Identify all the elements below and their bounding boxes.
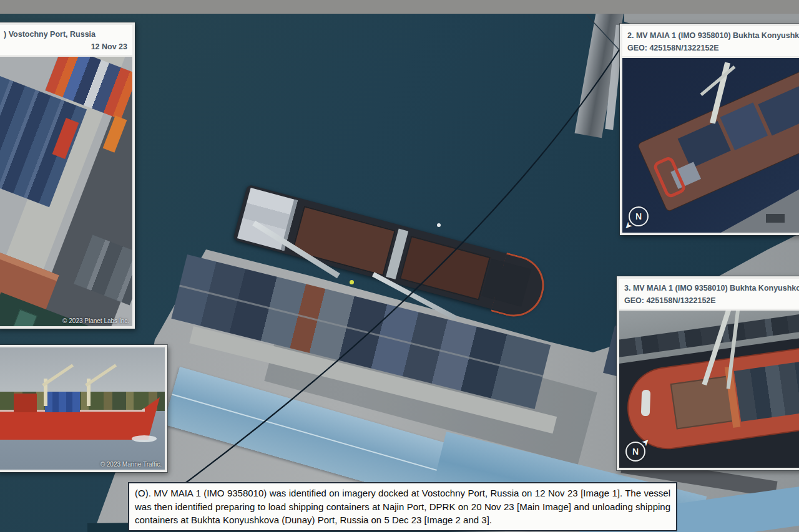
north-label: N bbox=[635, 211, 642, 221]
pier-equipment bbox=[735, 206, 751, 214]
inset-3-satellite-image: N ➤ bbox=[619, 309, 799, 468]
inset-image-1: ) Vostochny Port, Russia 12 Nov 23 © 202… bbox=[0, 22, 135, 329]
inset-1-date: 12 Nov 23 bbox=[4, 41, 127, 53]
inset-2-header: 2. MV MAIA 1 (IMO 9358010) Bukhta Konyus… bbox=[622, 26, 799, 56]
caption-text: (O). MV MAIA 1 (IMO 9358010) was identif… bbox=[135, 488, 670, 525]
inset-reference-photo: © 2023 Marine Traffic. bbox=[0, 345, 167, 472]
top-gray-bar bbox=[0, 0, 799, 14]
ship-cargo-hold bbox=[400, 236, 491, 301]
north-arrow-icon: ➤ bbox=[623, 221, 634, 231]
inset-2-title: 2. MV MAIA 1 (IMO 9358010) Bukhta Konyus… bbox=[627, 29, 799, 42]
ship-photo: © 2023 Marine Traffic. bbox=[0, 347, 165, 470]
inset-image-3: 3. MV MAIA 1 (IMO 9358010) Bukhta Konyus… bbox=[617, 276, 799, 470]
inset-3-title: 3. MV MAIA 1 (IMO 9358010) Bukhta Konyus… bbox=[624, 282, 799, 294]
inset-1-title: ) Vostochny Port, Russia bbox=[4, 28, 127, 41]
ship-cargo-hold bbox=[481, 259, 531, 307]
deck-containers bbox=[734, 360, 799, 422]
bow-highlight bbox=[641, 390, 650, 416]
inset-2-geo: GEO: 425158N/1322152E bbox=[627, 42, 799, 54]
credit-planet-labs: © 2023 Planet Labs Inc. bbox=[62, 317, 129, 324]
north-label: N bbox=[632, 447, 639, 457]
inset-3-header: 3. MV MAIA 1 (IMO 9358010) Bukhta Konyus… bbox=[619, 279, 799, 309]
north-compass-icon: N ➤ bbox=[625, 442, 645, 462]
annotated-satellite-graphic: ) Vostochny Port, Russia 12 Nov 23 © 202… bbox=[0, 0, 799, 532]
credit-marine-traffic: © 2023 Marine Traffic. bbox=[100, 461, 162, 468]
inset-1-satellite-image: © 2023 Planet Labs Inc. bbox=[0, 55, 132, 326]
deck-containers bbox=[45, 392, 80, 412]
deck-structure bbox=[14, 394, 37, 412]
caption-box: (O). MV MAIA 1 (IMO 9358010) was identif… bbox=[128, 482, 677, 531]
vehicle-marker bbox=[350, 280, 354, 284]
inset-2-satellite-image: N ➤ bbox=[622, 56, 799, 233]
inset-1-header: ) Vostochny Port, Russia 12 Nov 23 bbox=[0, 25, 132, 55]
north-compass-icon: N ➤ bbox=[629, 206, 649, 226]
ship-cargo-hold bbox=[292, 206, 395, 276]
pier-equipment bbox=[766, 214, 785, 223]
cargo-ship bbox=[222, 176, 559, 319]
deck-highlight bbox=[437, 223, 441, 227]
inset-image-2: 2. MV MAIA 1 (IMO 9358010) Bukhta Konyus… bbox=[620, 24, 799, 235]
ship-hull bbox=[233, 185, 549, 321]
bow-wave bbox=[132, 435, 157, 442]
deck-container bbox=[678, 121, 731, 168]
inset-3-geo: GEO: 425158N/1322152E bbox=[624, 294, 799, 307]
